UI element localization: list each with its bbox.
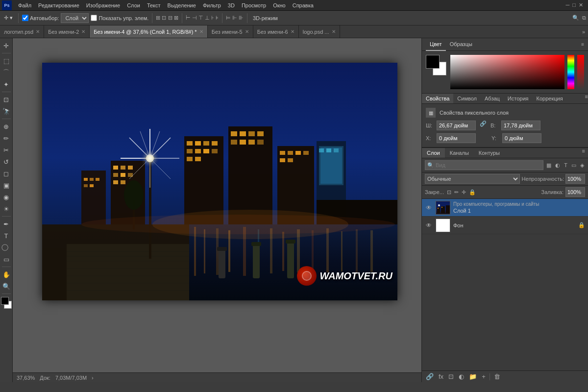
menu-filter[interactable]: Фильтр — [199, 0, 224, 10]
color-panel-menu-btn[interactable]: ≡ — [581, 42, 584, 47]
samples-tab[interactable]: Образцы — [446, 38, 476, 51]
tab-logotip[interactable]: логотип.psd ✕ — [0, 25, 44, 38]
maximize-btn[interactable]: □ — [572, 2, 576, 8]
tab-bezimeni6[interactable]: Без имени-6 ✕ — [253, 25, 299, 38]
alpha-slider[interactable] — [577, 55, 584, 89]
x-input[interactable] — [437, 133, 476, 143]
link-wh-btn[interactable]: 🔗 — [480, 121, 487, 130]
close-btn[interactable]: ✕ — [579, 2, 583, 8]
tab-bezimeni4[interactable]: Без имени-4 @ 37,6% (Слой 1, RGB/8#) * ✕ — [90, 25, 207, 38]
marquee-tool[interactable]: ⬚ — [1, 55, 12, 66]
menu-select[interactable]: Выделение — [164, 0, 199, 10]
lock-transparent-btn[interactable]: ⊡ — [447, 189, 451, 196]
tab-bezimeni5[interactable]: Без имени-5 ✕ — [208, 25, 253, 38]
minimize-btn[interactable]: ─ — [566, 2, 570, 8]
layers-filter-smart-btn[interactable]: ◈ — [579, 161, 585, 170]
autoselect-checkbox[interactable] — [22, 15, 28, 21]
tab-bezimeni2[interactable]: Без имени-2 ✕ — [44, 25, 90, 38]
layer-item-0[interactable]: 👁 — [422, 199, 588, 217]
menu-3d[interactable]: 3D — [224, 0, 238, 10]
tab-close-5[interactable]: ✕ — [332, 29, 336, 34]
layer-adj-btn[interactable]: ◐ — [458, 372, 465, 381]
layers-search-box[interactable]: 🔍 — [425, 160, 543, 170]
tab-more-btn[interactable]: » — [579, 25, 588, 38]
gradient-tool[interactable]: ▣ — [1, 180, 12, 191]
move-tool-btn[interactable]: ✛ ▾ — [2, 14, 15, 22]
eyedropper-tool[interactable]: 🔭 — [1, 106, 12, 117]
height-input[interactable] — [501, 121, 540, 130]
menu-file[interactable]: Файл — [15, 0, 35, 10]
autoselect-select[interactable]: Слой — [61, 13, 89, 23]
healing-tool[interactable]: ⊕ — [1, 121, 12, 132]
tab-close-3[interactable]: ✕ — [245, 29, 249, 34]
menu-window[interactable]: Окно — [270, 0, 289, 10]
props-tab-paragraph[interactable]: Абзац — [481, 94, 504, 103]
crop-tool[interactable]: ⊡ — [1, 94, 12, 105]
width-input[interactable] — [437, 121, 476, 130]
tab-close-1[interactable]: ✕ — [81, 29, 85, 34]
layer-mask-btn[interactable]: ⊡ — [447, 372, 455, 381]
magic-wand-tool[interactable]: ✦ — [1, 79, 12, 90]
layers-panel-menu-btn[interactable]: ≡ — [579, 148, 588, 158]
layers-filter-adj-btn[interactable]: ◐ — [554, 161, 561, 170]
history-brush-tool[interactable]: ↺ — [1, 156, 12, 167]
fg-color-swatch[interactable] — [426, 55, 440, 69]
clone-tool[interactable]: ✂ — [1, 145, 12, 155]
props-panel-menu-btn[interactable]: ≡ — [585, 94, 588, 103]
color-tab[interactable]: Цвет — [426, 38, 446, 51]
canvas-content[interactable]: WAMOTVET.RU — [13, 38, 421, 372]
menu-layers[interactable]: Слои — [123, 0, 144, 10]
tab-logo[interactable]: logo.psd ... ✕ — [299, 25, 340, 38]
layer-group-btn[interactable]: 📁 — [468, 372, 478, 381]
hue-slider[interactable] — [567, 55, 574, 89]
tab-close-0[interactable]: ✕ — [36, 29, 40, 34]
color-gradient-picker[interactable] — [450, 55, 564, 89]
menu-edit[interactable]: Редактирование — [35, 0, 83, 10]
lock-all-btn[interactable]: 🔒 — [469, 189, 476, 196]
menu-image[interactable]: Изображение — [83, 0, 123, 10]
layer-new-btn[interactable]: + — [481, 372, 487, 381]
blend-mode-select[interactable]: Обычные — [425, 174, 520, 184]
arrow-btn[interactable]: › — [92, 375, 94, 381]
props-tab-correction[interactable]: Коррекция — [533, 94, 567, 103]
layers-tab-layers[interactable]: Слои — [422, 148, 445, 158]
arrange-icon[interactable]: ⧉ — [582, 15, 586, 21]
menu-help[interactable]: Справка — [289, 0, 317, 10]
tab-close-4[interactable]: ✕ — [291, 29, 294, 34]
layers-filter-shape-btn[interactable]: ▭ — [570, 161, 577, 170]
blur-tool[interactable]: ◉ — [1, 192, 12, 202]
layer-delete-btn[interactable]: 🗑 — [493, 372, 501, 381]
layer-visibility-1[interactable]: 👁 — [425, 221, 433, 229]
opacity-input[interactable] — [565, 174, 585, 184]
layer-item-1[interactable]: 👁 Фон 🔒 — [422, 217, 588, 234]
shape-tool[interactable]: ▭ — [1, 254, 12, 265]
brush-tool[interactable]: ✏ — [1, 133, 12, 144]
foreground-color[interactable] — [1, 297, 9, 305]
layers-tab-paths[interactable]: Контуры — [474, 148, 505, 158]
props-tab-symbol[interactable]: Символ — [453, 94, 481, 103]
layers-filter-text-btn[interactable]: T — [563, 161, 568, 169]
menu-view[interactable]: Просмотр — [238, 0, 270, 10]
dodge-tool[interactable]: ☀ — [1, 203, 12, 214]
search-icon[interactable]: 🔍 — [572, 15, 579, 21]
props-tab-history[interactable]: История — [504, 94, 533, 103]
lasso-tool[interactable]: ⌒ — [1, 67, 12, 78]
show-transform-checkbox[interactable] — [91, 15, 97, 21]
fill-input[interactable] — [565, 187, 585, 197]
3d-mode-btn[interactable]: 3D-режим — [251, 14, 280, 22]
layers-search-input[interactable] — [436, 162, 541, 168]
text-tool[interactable]: T — [1, 230, 12, 241]
eraser-tool[interactable]: ◻ — [1, 168, 12, 179]
path-tool[interactable]: ⃝ — [1, 242, 12, 253]
tab-close-2[interactable]: ✕ — [199, 29, 203, 34]
menu-text[interactable]: Текст — [144, 0, 164, 10]
layers-filter-kind-btn[interactable]: ▦ — [545, 161, 552, 170]
layer-fx-btn[interactable]: fx — [438, 372, 444, 381]
pen-tool[interactable]: ✒ — [1, 219, 12, 229]
lock-position-btn[interactable]: ✛ — [462, 189, 466, 196]
layer-visibility-0[interactable]: 👁 — [425, 204, 433, 212]
layer-link-btn[interactable]: 🔗 — [425, 372, 435, 381]
move-tool[interactable]: ✛ — [1, 40, 12, 51]
zoom-tool[interactable]: 🔍 — [1, 281, 12, 292]
hand-tool[interactable]: ✋ — [1, 269, 12, 280]
